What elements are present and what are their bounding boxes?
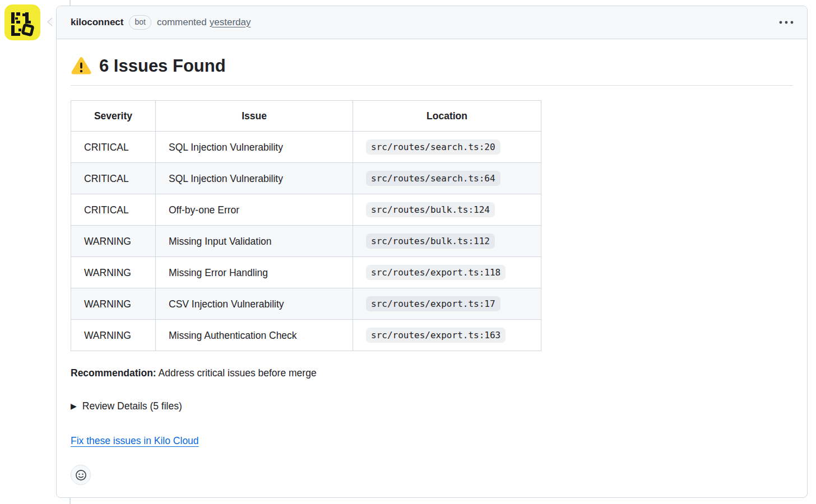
issue-cell: Missing Error Handling <box>156 257 353 288</box>
add-reaction-button[interactable] <box>71 465 91 485</box>
fix-link-row: Fix these issues in Kilo Cloud <box>71 433 793 448</box>
location-cell: src/routes/export.ts:118 <box>353 257 541 288</box>
bot-avatar[interactable] <box>4 4 40 40</box>
issue-cell: Missing Input Validation <box>156 226 353 257</box>
issue-cell: Off-by-one Error <box>156 194 353 226</box>
issues-heading: 6 Issues Found <box>71 55 793 86</box>
comment-card: kiloconnect bot commented yesterday <box>56 6 808 498</box>
timestamp-link[interactable]: yesterday <box>210 17 251 28</box>
table-row: WARNING CSV Injection Vulnerability src/… <box>71 288 541 320</box>
comment-header: kiloconnect bot commented yesterday <box>57 6 807 39</box>
triangle-collapsed-icon: ▶ <box>71 402 77 410</box>
kebab-icon <box>779 21 794 24</box>
comment-action-text: commented <box>157 17 207 28</box>
recommendation: Recommendation: Address critical issues … <box>71 366 793 380</box>
recommendation-text: Address critical issues before merge <box>159 367 317 379</box>
severity-cell: WARNING <box>71 320 156 351</box>
comment-body: 6 Issues Found Severity Issue Location C… <box>57 39 807 501</box>
table-row: CRITICAL Off-by-one Error src/routes/bul… <box>71 194 541 226</box>
table-row: WARNING Missing Authentication Check src… <box>71 320 541 351</box>
column-header-severity: Severity <box>71 101 156 132</box>
table-header-row: Severity Issue Location <box>71 101 541 132</box>
location-code: src/routes/search.ts:20 <box>366 139 500 155</box>
location-code: src/routes/export.ts:17 <box>366 296 500 311</box>
severity-cell: WARNING <box>71 257 156 288</box>
location-code: src/routes/bulk.ts:112 <box>366 234 495 249</box>
kilo-logo-icon <box>4 4 40 40</box>
smiley-icon <box>75 469 87 481</box>
table-row: CRITICAL SQL Injection Vulnerability src… <box>71 163 541 194</box>
column-header-issue: Issue <box>156 101 353 132</box>
column-header-location: Location <box>353 101 541 132</box>
location-code: src/routes/search.ts:64 <box>366 171 500 186</box>
page: kiloconnect bot commented yesterday <box>0 0 816 504</box>
location-cell: src/routes/search.ts:20 <box>353 132 541 163</box>
issue-cell: SQL Injection Vulnerability <box>156 132 353 163</box>
issues-heading-text: 6 Issues Found <box>99 55 226 77</box>
location-cell: src/routes/export.ts:163 <box>353 320 541 351</box>
location-code: src/routes/export.ts:118 <box>366 265 506 280</box>
location-cell: src/routes/export.ts:17 <box>353 288 541 320</box>
table-row: CRITICAL SQL Injection Vulnerability src… <box>71 132 541 163</box>
recommendation-label: Recommendation: <box>71 367 156 379</box>
location-cell: src/routes/bulk.ts:112 <box>353 226 541 257</box>
severity-cell: WARNING <box>71 288 156 320</box>
issues-table: Severity Issue Location CRITICAL SQL Inj… <box>71 100 541 351</box>
severity-cell: CRITICAL <box>71 194 156 226</box>
location-cell: src/routes/search.ts:64 <box>353 163 541 194</box>
location-code: src/routes/export.ts:163 <box>366 328 506 343</box>
author-name[interactable]: kiloconnect <box>71 17 123 28</box>
review-details: ▶ Review Details (5 files) <box>71 399 793 413</box>
severity-cell: CRITICAL <box>71 163 156 194</box>
issue-cell: SQL Injection Vulnerability <box>156 163 353 194</box>
review-details-label: Review Details (5 files) <box>82 399 182 413</box>
bot-badge: bot <box>129 15 151 29</box>
review-details-summary[interactable]: ▶ Review Details (5 files) <box>71 399 793 413</box>
table-row: WARNING Missing Error Handling src/route… <box>71 257 541 288</box>
fix-issues-link[interactable]: Fix these issues in Kilo Cloud <box>71 435 199 446</box>
issue-cell: Missing Authentication Check <box>156 320 353 351</box>
severity-cell: WARNING <box>71 226 156 257</box>
location-code: src/routes/bulk.ts:124 <box>366 202 495 217</box>
issue-cell: CSV Injection Vulnerability <box>156 288 353 320</box>
location-cell: src/routes/bulk.ts:124 <box>353 194 541 226</box>
severity-cell: CRITICAL <box>71 132 156 163</box>
warning-icon <box>71 56 92 76</box>
table-row: WARNING Missing Input Validation src/rou… <box>71 226 541 257</box>
kebab-menu-button[interactable] <box>776 16 797 29</box>
